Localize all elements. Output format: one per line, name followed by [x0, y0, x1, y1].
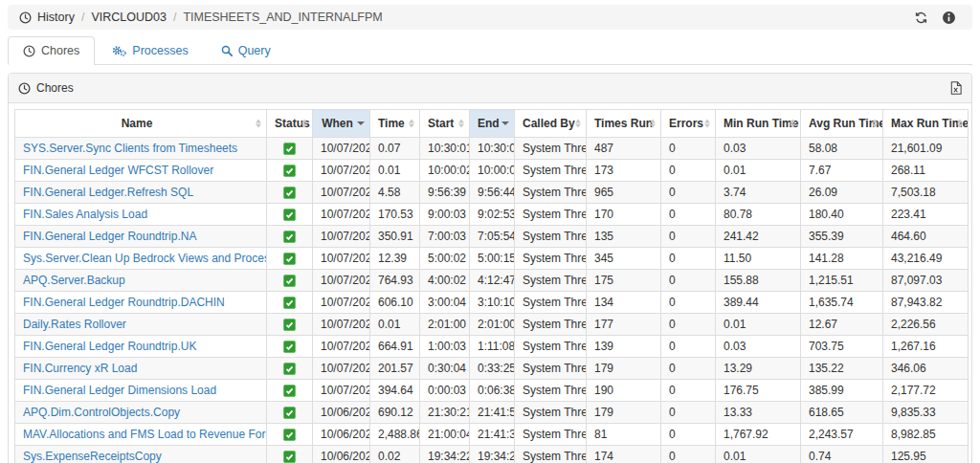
chore-name-link[interactable]: MAV.Allocations and FMS Load to Revenue …: [23, 428, 267, 441]
history-clock-icon: [19, 11, 32, 24]
export-file-icon[interactable]: [950, 81, 962, 95]
table-header-row: NameStatusWhenTimeStartEndCalled ByTimes…: [15, 110, 969, 138]
chore-name-link[interactable]: FIN.General Ledger WFCST Rollover: [23, 164, 213, 177]
cell-name: Daily.Rates Rollover: [15, 314, 267, 336]
cell-time: 690.12: [370, 402, 420, 424]
col-header-avg_run_time[interactable]: Avg Run Time: [801, 110, 883, 138]
clock-icon: [18, 82, 31, 95]
col-header-when[interactable]: When: [313, 110, 370, 138]
chore-name-link[interactable]: Sys.Server.Clean Up Bedrock Views and Pr…: [23, 252, 267, 265]
cell-time: 201.57: [370, 358, 420, 380]
cell-status: [267, 270, 313, 292]
cell-status: [267, 424, 313, 446]
search-icon: [221, 45, 233, 56]
cell-times_run: 81: [587, 424, 661, 446]
table-row: APQ.Dim.ControlObjects.Copy10/06/2022690…: [15, 402, 969, 424]
sort-toggle-icon: [575, 120, 581, 128]
cell-avg_run_time: 1,635.74: [801, 292, 883, 314]
col-header-status[interactable]: Status: [267, 110, 313, 138]
cell-status: [267, 248, 313, 270]
cell-avg_run_time: 180.40: [801, 204, 883, 226]
cell-called_by: System Thread: [515, 226, 587, 248]
cell-time: 0.02: [370, 446, 420, 463]
cell-end: 9:56:44: [470, 182, 515, 204]
col-header-time[interactable]: Time: [370, 110, 420, 138]
cell-end: 7:05:54: [470, 226, 515, 248]
chore-name-link[interactable]: Daily.Rates Rollover: [23, 318, 126, 331]
status-check-square-icon: [283, 143, 296, 155]
chore-name-link[interactable]: FIN.General Ledger Roundtrip.NA: [23, 230, 196, 243]
chore-name-link[interactable]: Sys.ExpenseReceiptsCopy: [23, 450, 162, 463]
cell-errors: 0: [661, 160, 716, 182]
table-row: FIN.General Ledger.Refresh SQL10/07/2022…: [15, 182, 969, 204]
col-header-start[interactable]: Start: [420, 110, 470, 138]
col-header-name[interactable]: Name: [15, 110, 267, 138]
sort-toggle-icon: [957, 120, 963, 128]
cell-called_by: System Thread: [515, 138, 587, 160]
cell-start: 2:01:00: [420, 314, 470, 336]
col-header-max_run_time[interactable]: Max Run Time: [883, 110, 969, 138]
sort-toggle-icon: [409, 120, 414, 128]
cell-when: 10/07/2022: [313, 226, 370, 248]
status-check-square-icon: [283, 275, 296, 287]
cell-avg_run_time: 618.65: [801, 402, 883, 424]
cell-max_run_time: 21,601.09: [883, 138, 969, 160]
cell-errors: 0: [661, 336, 716, 358]
chore-name-link[interactable]: APQ.Server.Backup: [23, 274, 125, 287]
cell-min_run_time: 0.03: [716, 138, 801, 160]
cell-when: 10/07/2022: [313, 358, 370, 380]
cell-start: 1:00:03: [420, 336, 470, 358]
table-row: FIN.General Ledger Roundtrip.DACHIN10/07…: [15, 292, 969, 314]
chore-name-link[interactable]: FIN.General Ledger.Refresh SQL: [23, 186, 193, 199]
cell-when: 10/07/2022: [313, 160, 370, 182]
chore-name-link[interactable]: FIN.Currency xR Load: [23, 362, 137, 375]
cell-start: 9:00:03: [420, 204, 470, 226]
col-header-errors[interactable]: Errors: [661, 110, 716, 138]
cell-name: FIN.General Ledger WFCST Rollover: [15, 160, 267, 182]
col-label-start: Start: [428, 117, 454, 130]
cell-end: 1:11:08: [470, 336, 515, 358]
breadcrumb-chore-name: TIMESHEETS_AND_INTERNALFPM: [183, 11, 382, 24]
sort-toggle-icon: [650, 120, 656, 128]
refresh-icon[interactable]: [915, 11, 927, 24]
info-icon[interactable]: [943, 11, 955, 24]
cell-start: 4:00:02: [420, 270, 470, 292]
chore-name-link[interactable]: FIN.General Ledger Roundtrip.UK: [23, 340, 196, 353]
cell-start: 7:00:03: [420, 226, 470, 248]
cell-name: MAV.Allocations and FMS Load to Revenue …: [15, 424, 267, 446]
chore-name-link[interactable]: FIN.General Ledger Dimensions Load: [23, 384, 216, 397]
cell-max_run_time: 9,835.33: [883, 402, 969, 424]
tab-chores[interactable]: Chores: [8, 36, 95, 65]
cell-when: 10/07/2022: [313, 182, 370, 204]
tab-query[interactable]: Query: [206, 36, 286, 65]
cell-called_by: System Thread: [515, 182, 587, 204]
cell-start: 21:30:21: [420, 402, 470, 424]
col-header-min_run_time[interactable]: Min Run Time: [716, 110, 801, 138]
chore-name-link[interactable]: APQ.Dim.ControlObjects.Copy: [23, 406, 180, 419]
breadcrumb-server[interactable]: VIRCLOUD03: [91, 11, 167, 24]
cell-start: 5:00:02: [420, 248, 470, 270]
col-header-end[interactable]: End: [470, 110, 515, 138]
cell-avg_run_time: 703.75: [801, 336, 883, 358]
cell-errors: 0: [661, 226, 716, 248]
status-check-square-icon: [283, 297, 296, 309]
breadcrumb-separator: /: [81, 11, 84, 24]
chore-name-link[interactable]: FIN.General Ledger Roundtrip.DACHIN: [23, 296, 225, 309]
cell-errors: 0: [661, 292, 716, 314]
sort-toggle-icon: [790, 120, 795, 128]
cell-time: 4.58: [370, 182, 420, 204]
cell-times_run: 190: [587, 380, 661, 402]
breadcrumb-history[interactable]: History: [37, 11, 75, 24]
cell-start: 10:00:02: [420, 160, 470, 182]
chore-name-link[interactable]: SYS.Server.Sync Clients from Timesheets: [23, 142, 237, 155]
cell-when: 10/06/2022: [313, 446, 370, 463]
cell-end: 2:01:00: [470, 314, 515, 336]
tab-processes[interactable]: Processes: [97, 36, 203, 65]
cell-called_by: System Thread: [515, 402, 587, 424]
cell-end: 19:34:22: [470, 446, 515, 463]
chore-name-link[interactable]: FIN.Sales Analysis Load: [23, 208, 147, 221]
col-header-called_by[interactable]: Called By: [515, 110, 587, 138]
cell-min_run_time: 0.01: [716, 160, 801, 182]
cell-name: FIN.General Ledger Roundtrip.UK: [15, 336, 267, 358]
col-header-times_run[interactable]: Times Run: [587, 110, 661, 138]
